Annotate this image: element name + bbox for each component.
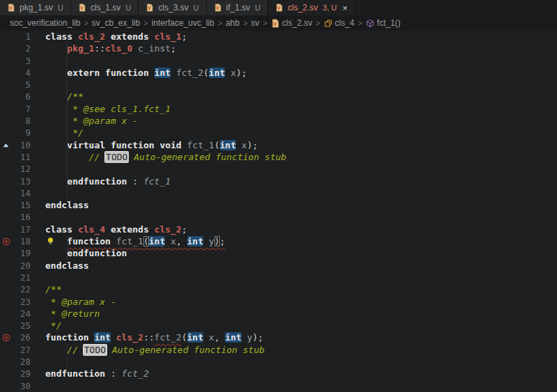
breadcrumb-item-interface_uvc_lib[interactable]: interface_uvc_lib: [152, 18, 214, 28]
close-icon[interactable]: ×: [343, 3, 348, 13]
code-line-content[interactable]: [31, 356, 45, 368]
code-token: Auto-generated function stub: [128, 152, 286, 162]
code-line-21[interactable]: 21: [0, 272, 557, 283]
code-token: //: [89, 152, 105, 162]
code-line-content[interactable]: function fct_1(int x, int y);: [31, 235, 225, 247]
code-token: /**: [45, 284, 61, 295]
tab-pkg_1_sv[interactable]: Vpkg_1.svU: [0, 0, 71, 15]
line-number: 9: [12, 127, 31, 139]
line-number: 18: [12, 235, 31, 247]
code-line-28[interactable]: 28: [0, 356, 557, 368]
code-line-29[interactable]: 29endfunction : fct_2: [0, 368, 557, 379]
code-token: fct_1: [187, 140, 214, 150]
code-line-content[interactable]: * @see cls_1.fct_1: [31, 103, 171, 115]
file-icon: V: [7, 3, 15, 12]
code-line-content[interactable]: function int cls_2::fct_2(int x, int y);: [31, 331, 263, 343]
code-line-content[interactable]: endfunction : fct_1: [31, 175, 171, 187]
code-line-content[interactable]: pkg_1::cls_0 c_inst;: [31, 42, 176, 54]
tab-cls_1_sv[interactable]: Vcls_1.svU: [71, 0, 139, 15]
svg-text:V: V: [9, 6, 13, 10]
breadcrumb-item-fct_1_[interactable]: fct_1(): [366, 18, 400, 28]
code-line-3[interactable]: 3: [0, 55, 557, 67]
gutter-cell: [0, 91, 12, 102]
code-line-9[interactable]: 9 */: [0, 127, 557, 139]
code-line-content[interactable]: */: [31, 127, 84, 139]
breadcrumb-item-sv_cb_ex_lib[interactable]: sv_cb_ex_lib: [92, 18, 140, 28]
code-line-23[interactable]: 23 * @param x -: [0, 296, 557, 308]
code-line-14[interactable]: 14: [0, 187, 557, 199]
code-line-content[interactable]: endclass: [31, 199, 89, 211]
code-line-24[interactable]: 24 * @return: [0, 308, 557, 320]
code-line-1[interactable]: 1class cls_2 extends cls_1;: [0, 31, 557, 42]
code-line-2[interactable]: 2 pkg_1::cls_0 c_inst;: [0, 42, 557, 54]
breadcrumb-item-cls_2_sv[interactable]: Vcls_2.sv: [271, 18, 312, 28]
breadcrumb-separator-icon: >: [218, 19, 222, 27]
code-line-content[interactable]: * @param x -: [31, 115, 138, 127]
code-line-content[interactable]: endclass: [31, 260, 89, 272]
code-line-content[interactable]: */: [31, 320, 61, 331]
code-line-content[interactable]: // TODO Auto-generated function stub: [31, 151, 286, 163]
code-line-5[interactable]: 5: [0, 79, 557, 91]
line-number: 16: [12, 211, 31, 223]
code-line-15[interactable]: 15endclass: [0, 199, 557, 211]
breadcrumb-item-sv[interactable]: sv: [251, 18, 260, 28]
gutter-cell: [0, 79, 12, 91]
code-line-20[interactable]: 20endclass: [0, 260, 557, 272]
tab-cls_3_sv[interactable]: Vcls_3.svU: [139, 0, 206, 15]
code-token: [236, 140, 242, 150]
code-line-content[interactable]: * @return: [31, 308, 100, 320]
code-line-content[interactable]: [31, 55, 45, 67]
code-line-content[interactable]: [31, 187, 45, 199]
code-line-content[interactable]: [31, 163, 45, 175]
quick-fix-lightbulb[interactable]: [46, 237, 55, 246]
code-token: (: [203, 68, 209, 78]
gutter-cell: [0, 344, 12, 356]
code-line-11[interactable]: 11 // TODO Auto-generated function stub: [0, 151, 557, 163]
breadcrumb-item-ahb[interactable]: ahb: [226, 18, 240, 28]
code-line-8[interactable]: 8 * @param x -: [0, 115, 557, 127]
gutter-cell: [0, 55, 12, 67]
code-line-content[interactable]: /**: [31, 283, 61, 295]
code-line-12[interactable]: 12: [0, 163, 557, 175]
code-line-content[interactable]: [31, 380, 45, 392]
code-line-13[interactable]: 13 endfunction : fct_1: [0, 175, 557, 187]
code-line-25[interactable]: 25 */: [0, 320, 557, 331]
breadcrumb-item-cls_4[interactable]: cls_4: [324, 18, 354, 28]
tab-cls_2_sv[interactable]: Vcls_2.sv3, U×: [268, 0, 355, 15]
code-token: ,: [214, 332, 226, 343]
code-line-content[interactable]: virtual function void fct_1(int x);: [31, 139, 258, 151]
code-line-18[interactable]: 18 function fct_1(int x, int y);: [0, 235, 557, 247]
tab-status-badge: U: [125, 3, 131, 12]
code-line-30[interactable]: 30: [0, 380, 557, 392]
breadcrumb-item-soc_verification_lib[interactable]: soc_verification_lib: [10, 18, 80, 28]
code-line-content[interactable]: [31, 272, 45, 283]
code-line-content[interactable]: class cls_2 extends cls_1;: [31, 31, 187, 42]
code-line-content[interactable]: [31, 211, 45, 223]
code-line-16[interactable]: 16: [0, 211, 557, 223]
code-token: [225, 68, 230, 78]
code-line-26[interactable]: 26function int cls_2::fct_2(int x, int y…: [0, 331, 557, 343]
code-line-22[interactable]: 22/**: [0, 283, 557, 295]
code-token: c_inst: [138, 43, 171, 54]
tab-if_1_sv[interactable]: Vif_1.svU: [207, 0, 269, 15]
code-line-content[interactable]: // TODO Auto-generated function stub: [31, 344, 265, 356]
code-line-content[interactable]: endfunction : fct_2: [31, 368, 149, 379]
code-line-27[interactable]: 27 // TODO Auto-generated function stub: [0, 344, 557, 356]
breadcrumb-label: sv: [251, 18, 260, 28]
code-line-content[interactable]: [31, 79, 45, 91]
code-line-4[interactable]: 4 extern function int fct_2(int x);: [0, 67, 557, 79]
code-token: [182, 140, 187, 150]
code-line-content[interactable]: class cls_4 extends cls_2;: [31, 224, 187, 235]
code-line-content[interactable]: extern function int fct_2(int x);: [31, 67, 247, 79]
code-line-17[interactable]: 17class cls_4 extends cls_2;: [0, 224, 557, 235]
gutter-cell: [0, 139, 12, 151]
code-line-6[interactable]: 6 /**: [0, 91, 557, 102]
code-editor[interactable]: 1class cls_2 extends cls_1;2 pkg_1::cls_…: [0, 31, 557, 392]
code-line-content[interactable]: endfunction: [31, 247, 127, 259]
code-token: //: [67, 345, 83, 355]
code-line-7[interactable]: 7 * @see cls_1.fct_1: [0, 103, 557, 115]
code-line-content[interactable]: /**: [31, 91, 84, 102]
code-line-19[interactable]: 19 endfunction: [0, 247, 557, 259]
code-line-10[interactable]: 10 virtual function void fct_1(int x);: [0, 139, 557, 151]
code-line-content[interactable]: * @param x -: [31, 296, 116, 308]
